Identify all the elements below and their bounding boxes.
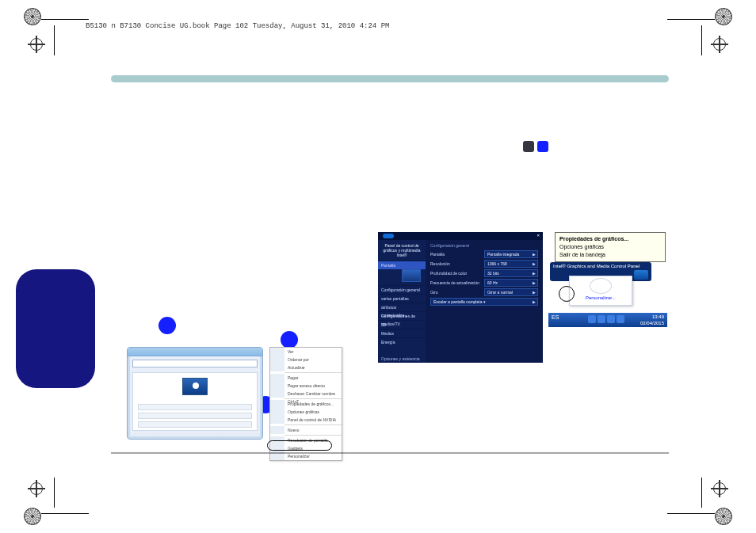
sidebar-section[interactable]: Energía (378, 337, 426, 346)
inline-tray-icons (523, 141, 548, 152)
preview-thumb (402, 269, 421, 282)
menu-item[interactable]: Gadgets (270, 444, 342, 452)
chapter-tab (16, 269, 95, 388)
tray-icon-generic (537, 141, 548, 152)
intel-title: Panel de control de gráficos y multimedi… (381, 243, 422, 257)
crop-mark-top-right (685, 8, 732, 55)
menu-item[interactable]: Opciones gráficas (270, 408, 342, 416)
sidebar-item[interactable]: varias pantallas (378, 294, 426, 303)
taskbar-tray-chips[interactable] (588, 315, 624, 323)
crop-mark-top-left (24, 8, 71, 55)
toast-text: Intel® Graphics and Media Control Panel (553, 264, 640, 268)
sidebar-section[interactable]: Medios (378, 329, 426, 337)
tray-tooltip[interactable]: Propiedades de gráficos... Opciones gráf… (555, 232, 666, 262)
menu-item-highlight[interactable]: Resolución de pantalla (270, 436, 342, 444)
taskbar-lang[interactable]: ES (552, 314, 559, 320)
step-marker-2 (281, 331, 298, 348)
menu-item[interactable]: Deshacer Cambiar nombre Ctrl+Z (270, 390, 342, 398)
row-label: Profundidad de color (430, 271, 467, 276)
monitor-icon (182, 378, 208, 395)
card-caption: Personalizar... (570, 295, 632, 300)
intel-sidebar: Panel de control de gráficos y multimedi… (378, 240, 426, 363)
section-heading-bar (111, 75, 669, 82)
sidebar-section[interactable]: 3D (378, 320, 426, 329)
clock-date: 02/04/2015 (640, 321, 664, 326)
dropdown[interactable]: 60 Hz (484, 279, 538, 287)
row-label: Frecuencia de actualización (430, 280, 479, 285)
taskbar: ES 13:49 02/04/2015 (548, 313, 667, 327)
tray-card[interactable]: Personalizar... (569, 276, 632, 306)
callout-ring (559, 286, 575, 302)
menu-item[interactable]: Actualizar (270, 364, 342, 371)
dropdown[interactable]: 1366 x 768 (484, 260, 538, 268)
sidebar-item[interactable]: Configuración general (378, 285, 426, 294)
tooltip-line: Propiedades de gráficos... (559, 236, 628, 242)
footer-rule (111, 452, 669, 454)
crop-mark-bottom-left (24, 478, 71, 525)
menu-item[interactable]: Ver (270, 348, 342, 356)
sidebar-item[interactable]: atributos contextualiza... (378, 303, 426, 311)
crop-mark-bottom-right (685, 478, 732, 525)
sidebar-item-pantalla[interactable]: Pantalla (378, 261, 426, 269)
row-label: Giro (430, 290, 437, 295)
step-marker-1 (158, 317, 176, 334)
menu-item[interactable]: Ordenar por (270, 356, 342, 364)
row-label: Pantalla (430, 252, 445, 257)
menu-item[interactable]: Panel de control de NVIDIA (270, 416, 342, 424)
row-label: Resolución (430, 261, 450, 266)
screenshot-desktop-context-menu: Ver Ordenar por Actualizar Pegar Pegar a… (269, 347, 342, 461)
tray-icon-intel (523, 141, 534, 152)
intel-main: Configuración general PantallaPantalla i… (426, 240, 543, 363)
dropdown[interactable]: Escalar a pantalla completa ▾ (430, 298, 538, 306)
dropdown[interactable]: Pantalla integrada (484, 250, 538, 258)
sidebar-item[interactable]: Configuraciones de medios/TV (378, 311, 426, 320)
intel-logo-icon (634, 270, 648, 280)
dropdown[interactable]: 32 bits (484, 269, 538, 277)
screenshot-tray-popup: Propiedades de gráficos... Opciones gráf… (548, 232, 667, 327)
framemaker-header: B5130 n B7130 Concise UG.book Page 102 T… (86, 22, 389, 30)
close-icon[interactable]: × (536, 233, 540, 238)
tooltip-line: Opciones gráficas (559, 244, 604, 249)
screenshot-intel-control-panel: × Panel de control de gráficos y multime… (378, 232, 543, 363)
intel-logo-icon (383, 234, 394, 238)
group-label: Configuración general (430, 243, 538, 248)
screenshot-display-settings (127, 347, 263, 440)
tooltip-line: Salir de la bandeja (559, 252, 605, 257)
sidebar-footer[interactable]: Opciones y asistencia (381, 356, 420, 361)
taskbar-clock: 13:49 02/04/2015 (640, 314, 664, 326)
card-icon (590, 278, 612, 294)
menu-item[interactable]: Pegar (270, 374, 342, 382)
menu-item[interactable]: Propiedades de gráficos... (270, 400, 342, 408)
menu-item[interactable]: Pegar acceso directo (270, 382, 342, 390)
clock-time: 13:49 (652, 314, 664, 319)
dropdown[interactable]: Girar a normal (484, 288, 538, 296)
menu-item[interactable]: Nuevo (270, 426, 342, 434)
